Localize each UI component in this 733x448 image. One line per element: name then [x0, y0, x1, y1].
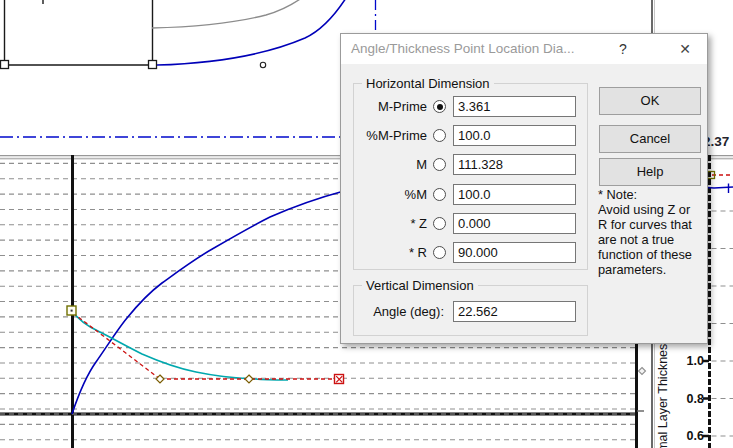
y-axis-tick-label: 0.8	[678, 392, 704, 406]
blue-profile-curve	[157, 0, 346, 65]
profile-rectangle	[4, 0, 153, 65]
m-radio[interactable]	[433, 158, 446, 171]
gray-profile-curve	[152, 0, 303, 28]
pct-m-radio[interactable]	[433, 188, 446, 201]
red-dashed-diagonal	[73, 313, 160, 379]
y-axis-tick-label: 1.0	[678, 354, 704, 368]
angle-input[interactable]	[453, 301, 576, 322]
corner-handle[interactable]	[149, 61, 157, 69]
m-label: M	[341, 154, 427, 175]
angle-row: Angle (deg):	[341, 301, 586, 322]
dialog-titlebar[interactable]: Angle/Thickness Point Location Dia... ? …	[341, 34, 707, 64]
point-marker-circle[interactable]	[260, 62, 265, 67]
right-pane-gridlines	[712, 211, 733, 436]
angle-thickness-dialog: Angle/Thickness Point Location Dia... ? …	[340, 33, 708, 344]
group-caption: Vertical Dimension	[362, 278, 478, 293]
r-input[interactable]	[453, 242, 576, 263]
pct-m-prime-radio[interactable]	[433, 129, 446, 142]
pct-m-prime-row: %M-Prime	[341, 125, 586, 146]
pct-m-prime-input[interactable]	[453, 125, 576, 146]
m-input[interactable]	[453, 154, 576, 175]
cancel-button[interactable]: Cancel	[599, 125, 701, 153]
m-row: M	[341, 154, 586, 175]
m-prime-radio[interactable]	[433, 100, 446, 113]
m-prime-row: M-Prime	[341, 96, 586, 117]
pct-m-input[interactable]	[453, 184, 576, 205]
angle-label: Angle (deg):	[341, 301, 444, 322]
note-text: * Note: Avoid using Z or R for curves th…	[598, 187, 712, 277]
r-label: * R	[341, 242, 427, 263]
diamond-marker[interactable]	[245, 375, 253, 383]
dialog-title: Angle/Thickness Point Location Dia...	[351, 41, 575, 56]
ok-button[interactable]: OK	[599, 87, 701, 115]
z-label: * Z	[341, 213, 427, 234]
z-row: * Z	[341, 213, 586, 234]
r-row: * R	[341, 242, 586, 263]
app-canvas: 2.37 1.0 0.8 0.6 Normal Layer Thickness …	[0, 0, 733, 448]
z-radio[interactable]	[433, 217, 446, 230]
cyan-data-curve	[72, 311, 288, 380]
selected-point-x-marker[interactable]	[335, 375, 344, 384]
gray-diamond-tick	[639, 368, 646, 375]
corner-handle[interactable]	[1, 61, 9, 69]
group-caption: Horizontal Dimension	[362, 76, 494, 91]
pct-m-label: %M	[341, 184, 427, 205]
m-prime-input[interactable]	[453, 96, 576, 117]
dialog-help-button[interactable]: ?	[605, 34, 641, 64]
pct-m-row: %M	[341, 184, 586, 205]
z-input[interactable]	[453, 213, 576, 234]
profile-view	[0, 0, 376, 137]
help-button[interactable]: Help	[599, 158, 701, 186]
y-axis-title: Normal Layer Thickness	[656, 337, 670, 448]
m-prime-label: M-Prime	[341, 96, 427, 117]
r-radio[interactable]	[433, 246, 446, 259]
pct-m-prime-label: %M-Prime	[341, 125, 427, 146]
dialog-close-button[interactable]: ✕	[667, 34, 703, 64]
y-axis-tick-label: 0.6	[678, 429, 704, 443]
